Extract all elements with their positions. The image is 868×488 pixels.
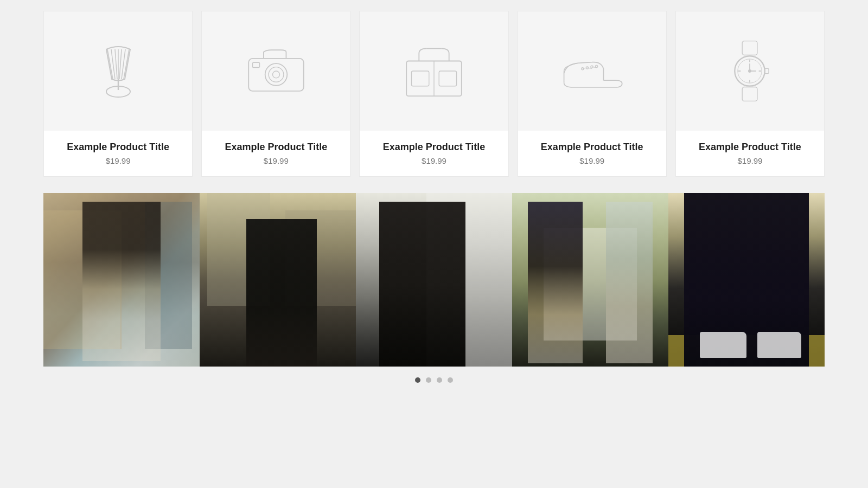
svg-point-12 (272, 71, 279, 78)
products-grid: Example Product Title $19.99 (43, 11, 825, 177)
gallery-dot-4[interactable] (448, 377, 453, 383)
gallery-photo-4 (512, 193, 668, 367)
product-image-area-1 (44, 11, 192, 131)
product-price-2: $19.99 (264, 156, 289, 165)
gallery-item-4[interactable] (512, 193, 668, 367)
gallery-photo-2 (200, 193, 356, 367)
product-card-1[interactable]: Example Product Title $19.99 (43, 11, 193, 177)
svg-line-4 (119, 49, 122, 79)
gallery-grid (43, 193, 825, 367)
product-image-area-2 (202, 11, 350, 131)
svg-line-2 (115, 49, 117, 79)
gallery-dot-3[interactable] (437, 377, 442, 383)
product-title-1: Example Product Title (67, 142, 169, 153)
product-card-2[interactable]: Example Product Title $19.99 (201, 11, 350, 177)
svg-rect-26 (743, 41, 758, 55)
product-title-5: Example Product Title (699, 142, 801, 153)
watch-icon (717, 38, 782, 104)
gallery-dots (43, 367, 825, 394)
gallery-item-1[interactable] (43, 193, 200, 367)
gallery-dot-1[interactable] (415, 377, 420, 383)
gallery-photo-1 (43, 193, 200, 367)
gallery-item-2[interactable] (200, 193, 356, 367)
product-title-2: Example Product Title (225, 142, 327, 153)
gallery-section (0, 193, 868, 394)
product-price-3: $19.99 (422, 156, 446, 165)
product-card-4[interactable]: Example Product Title $19.99 (518, 11, 667, 177)
shoe-icon (559, 38, 624, 104)
page-wrapper: Example Product Title $19.99 (0, 0, 868, 394)
svg-rect-13 (252, 62, 259, 67)
product-title-3: Example Product Title (383, 142, 486, 153)
gallery-item-3[interactable] (356, 193, 512, 367)
product-image-area-4 (518, 11, 666, 131)
product-price-1: $19.99 (106, 156, 131, 165)
product-price-4: $19.99 (579, 156, 604, 165)
product-price-5: $19.99 (737, 156, 762, 165)
product-image-area-5 (676, 11, 824, 131)
svg-point-22 (596, 65, 598, 67)
product-title-4: Example Product Title (541, 142, 643, 153)
gallery-photo-5 (668, 193, 825, 367)
svg-point-11 (269, 67, 284, 82)
product-card-5[interactable]: Example Product Title $19.99 (675, 11, 825, 177)
svg-rect-27 (743, 87, 758, 101)
gallery-dot-2[interactable] (426, 377, 431, 383)
product-card-3[interactable]: Example Product Title $19.99 (359, 11, 508, 177)
svg-point-37 (749, 70, 751, 73)
svg-rect-18 (439, 71, 456, 86)
bag-icon (401, 38, 467, 104)
products-section: Example Product Title $19.99 (0, 0, 868, 193)
svg-rect-17 (411, 71, 429, 86)
product-image-area-3 (360, 11, 508, 131)
camera-icon (244, 38, 309, 104)
gallery-item-5[interactable] (668, 193, 825, 367)
gallery-photo-3 (356, 193, 512, 367)
lamp-icon (86, 38, 151, 104)
